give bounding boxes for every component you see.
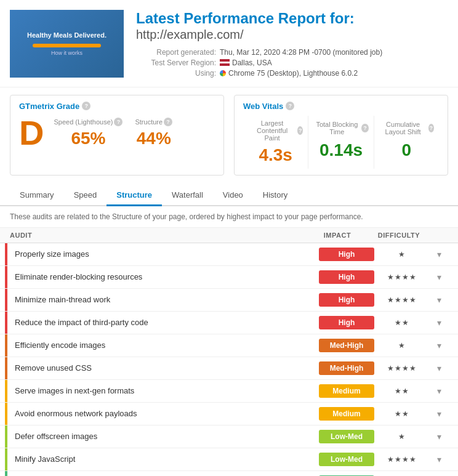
meta-table: Report generated: Thu, Mar 12, 2020 4:28…: [136, 48, 448, 78]
tab-summary[interactable]: Summary: [10, 185, 64, 206]
grade-letter: D: [19, 116, 44, 150]
audits-header: AUDIT IMPACT DIFFICULTY: [0, 228, 458, 243]
lcp-help-icon[interactable]: ?: [297, 126, 303, 135]
audit-name: Defer offscreen images: [10, 432, 319, 441]
audit-name: Minimize main-thread work: [10, 295, 319, 304]
meta-label-generated: Report generated:: [136, 48, 216, 57]
web-vitals-box: Web Vitals ? Largest Contentful Paint ? …: [234, 95, 448, 175]
impact-badge: High: [319, 248, 374, 261]
impact-badge: High: [319, 293, 374, 307]
structure-label: Structure ?: [135, 118, 172, 126]
speed-help-icon[interactable]: ?: [114, 118, 123, 126]
audit-row[interactable]: Minify JavaScriptLow-Med★★★★▾: [0, 448, 458, 471]
audit-row[interactable]: Defer offscreen imagesLow-Med★▾: [0, 426, 458, 448]
audit-left-bar: [5, 312, 7, 334]
audit-col-header-audit: AUDIT: [10, 232, 307, 239]
vital-lcp-value: 4.3s: [248, 145, 303, 165]
meta-label-server: Test Server Region:: [136, 58, 216, 67]
header-info: Latest Performance Report for: http://ex…: [136, 10, 448, 79]
difficulty-stars: ★★: [374, 409, 430, 418]
audit-col-header-impact: IMPACT: [307, 232, 368, 239]
row-expand-chevron[interactable]: ▾: [430, 272, 448, 282]
tab-speed[interactable]: Speed: [64, 185, 107, 206]
audit-row[interactable]: Serve images in next-gen formatsMedium★★…: [0, 380, 458, 403]
tab-history[interactable]: History: [253, 185, 297, 206]
header-section: Healthy Meals Delivered. How it works La…: [0, 0, 458, 87]
difficulty-stars: ★: [374, 341, 430, 350]
audit-row[interactable]: Properly size imagesHigh★▾: [0, 243, 458, 266]
row-expand-chevron[interactable]: ▾: [430, 386, 448, 396]
tab-video[interactable]: Video: [213, 185, 253, 206]
vital-tbt-label: Total Blocking Time ?: [313, 119, 368, 137]
structure-description: These audits are related to the Structur…: [0, 206, 458, 228]
audit-left-bar: [5, 471, 7, 476]
vital-cls-label: Cumulative Layout Shift ?: [379, 119, 434, 137]
impact-badge: Med-High: [319, 339, 374, 352]
speed-value: 65%: [54, 129, 123, 148]
audit-left-bar: [5, 403, 7, 425]
audit-rows-container: Properly size imagesHigh★▾Eliminate rend…: [0, 243, 458, 476]
vital-lcp-label: Largest Contentful Paint ?: [248, 119, 303, 142]
difficulty-stars: ★★★★: [374, 273, 430, 281]
web-vitals-help-icon[interactable]: ?: [286, 102, 294, 110]
difficulty-stars: ★: [374, 432, 430, 441]
row-expand-chevron[interactable]: ▾: [430, 454, 448, 464]
row-expand-chevron[interactable]: ▾: [430, 318, 448, 328]
audit-col-header-difficulty: DIFFICULTY: [368, 232, 430, 239]
audit-left-bar: [5, 289, 7, 311]
difficulty-stars: ★★★★: [374, 296, 430, 304]
report-title: Latest Performance Report for:: [136, 10, 448, 28]
structure-help-icon[interactable]: ?: [164, 118, 172, 126]
meta-value-using: Chrome 75 (Desktop), Lighthouse 6.0.2: [220, 69, 358, 78]
vital-cls-value: 0: [379, 140, 434, 160]
cls-help-icon[interactable]: ?: [428, 124, 434, 132]
row-expand-chevron[interactable]: ▾: [430, 341, 448, 350]
row-expand-chevron[interactable]: ▾: [430, 409, 448, 419]
audit-left-bar: [5, 266, 7, 288]
audit-name: Properly size images: [10, 249, 319, 259]
difficulty-stars: ★★: [374, 318, 430, 327]
audit-name: Reduce the impact of third-party code: [10, 318, 319, 327]
tab-waterfall[interactable]: Waterfall: [162, 185, 213, 206]
impact-badge: High: [319, 316, 374, 329]
audit-name: Remove unused CSS: [10, 363, 319, 373]
vital-lcp: Largest Contentful Paint ? 4.3s: [243, 116, 308, 169]
tab-structure[interactable]: Structure: [106, 185, 162, 206]
row-expand-chevron[interactable]: ▾: [430, 363, 448, 373]
gtmetrix-help-icon[interactable]: ?: [82, 102, 90, 110]
meta-row-generated: Report generated: Thu, Mar 12, 2020 4:28…: [136, 48, 448, 57]
difficulty-stars: ★: [374, 250, 430, 259]
row-expand-chevron[interactable]: ▾: [430, 432, 448, 442]
audit-row[interactable]: Reduce the impact of third-party codeHig…: [0, 312, 458, 334]
vital-tbt-value: 0.14s: [313, 140, 368, 160]
meta-value-generated: Thu, Mar 12, 2020 4:28 PM -0700 (monitor…: [220, 48, 382, 57]
impact-badge: Low-Med: [319, 430, 374, 443]
vital-tbt: Total Blocking Time ? 0.14s: [308, 116, 374, 169]
audit-row[interactable]: Eliminate render-blocking resourcesHigh★…: [0, 266, 458, 289]
row-expand-chevron[interactable]: ▾: [430, 295, 448, 305]
audit-row[interactable]: Preconnect to required originsLow★★★★▾: [0, 471, 458, 476]
audit-row[interactable]: Minimize main-thread workHigh★★★★▾: [0, 289, 458, 312]
meta-value-server: Dallas, USA: [220, 58, 272, 67]
impact-badge: Medium: [319, 407, 374, 421]
web-vitals-title: Web Vitals ?: [243, 102, 439, 111]
chrome-icon: [220, 70, 226, 76]
audit-row[interactable]: Efficiently encode imagesMed-High★▾: [0, 334, 458, 357]
thumb-bar: [33, 44, 101, 47]
flag-icon: [220, 59, 230, 66]
vital-cls: Cumulative Layout Shift ? 0: [374, 116, 439, 169]
audit-name: Serve images in next-gen formats: [10, 386, 319, 395]
audit-row[interactable]: Avoid enormous network payloadsMedium★★▾: [0, 403, 458, 426]
row-expand-chevron[interactable]: ▾: [430, 249, 448, 259]
audit-left-bar: [5, 243, 7, 265]
tbt-help-icon[interactable]: ?: [361, 124, 368, 132]
difficulty-stars: ★★★★: [374, 364, 430, 373]
audit-col-header-chevron: [430, 232, 448, 239]
grade-scores: Speed (Lighthouse) ? 65% Structure ? 44%: [54, 118, 172, 148]
difficulty-stars: ★★: [374, 387, 430, 395]
speed-label: Speed (Lighthouse) ?: [54, 118, 123, 126]
speed-score-item: Speed (Lighthouse) ? 65%: [54, 118, 123, 148]
audits-table: AUDIT IMPACT DIFFICULTY Properly size im…: [0, 228, 458, 476]
audit-row[interactable]: Remove unused CSSMed-High★★★★▾: [0, 357, 458, 380]
thumb-headline: Healthy Meals Delivered.: [27, 31, 106, 39]
